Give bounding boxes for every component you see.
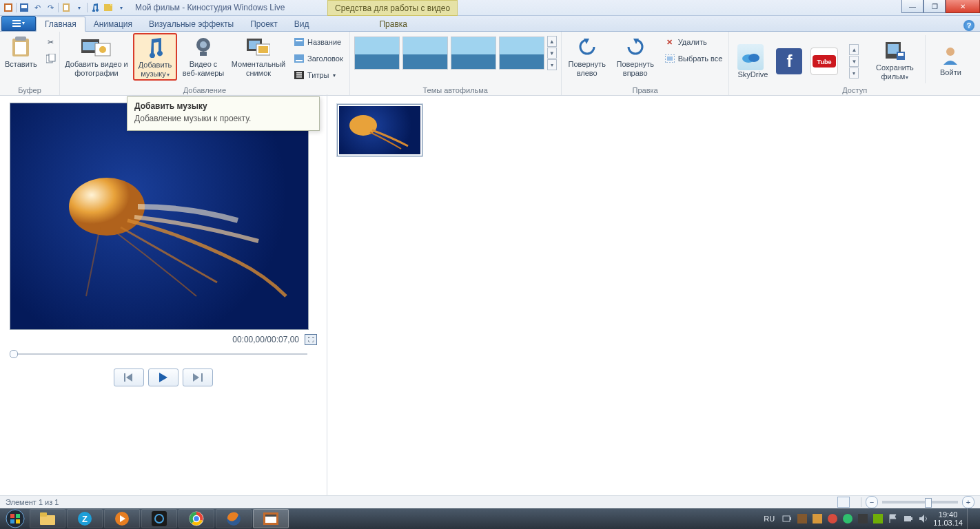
svg-rect-1 [6, 5, 11, 10]
select-all-button[interactable]: Выбрать все [661, 51, 726, 66]
tray-antivirus-icon[interactable] [827, 513, 838, 524]
start-button[interactable] [1, 508, 29, 529]
show-desktop-button[interactable] [967, 508, 974, 529]
svg-rect-59 [10, 519, 14, 523]
seek-bar[interactable] [10, 352, 307, 356]
svg-rect-10 [12, 25, 21, 27]
add-videos-photos-button[interactable]: Добавить видео и фотографии [63, 33, 130, 79]
zoom-slider[interactable] [882, 501, 958, 504]
taskbar-chrome[interactable] [178, 509, 214, 528]
qat-undo-icon[interactable]: ↶ [32, 2, 43, 13]
svg-text:Tube: Tube [817, 59, 832, 65]
theme-thumb-4[interactable] [499, 37, 544, 70]
svg-rect-86 [911, 517, 912, 520]
theme-thumb-2[interactable] [402, 37, 448, 70]
tab-effects[interactable]: Визуальные эффекты [141, 17, 242, 31]
group-clipboard-label: Буфер [3, 85, 57, 95]
tab-view[interactable]: Вид [286, 17, 318, 31]
svg-point-49 [69, 178, 145, 236]
gallery-more-icon[interactable]: ▾ [547, 59, 557, 70]
system-tray: RU 19:40 11.03.14 [761, 508, 979, 529]
prev-frame-button[interactable] [114, 369, 144, 386]
webcam-video-button[interactable]: Видео с веб-камеры [180, 33, 227, 79]
seek-thumb[interactable] [10, 350, 18, 358]
tray-nvidia-icon[interactable] [872, 513, 884, 524]
tray-clock[interactable]: 19:40 11.03.14 [933, 510, 963, 527]
tray-app2-icon[interactable] [857, 513, 868, 524]
tab-main[interactable]: Главная [36, 17, 85, 32]
gallery-up-icon[interactable]: ▲ [547, 36, 557, 47]
add-music-button[interactable]: Добавить музыку [133, 33, 177, 81]
storyboard[interactable] [327, 94, 980, 496]
caption-icon [294, 53, 305, 64]
tab-animation[interactable]: Анимация [85, 17, 141, 31]
sign-in-button[interactable]: Войти [932, 41, 968, 78]
language-indicator[interactable]: RU [761, 515, 777, 523]
qat-music-icon[interactable] [90, 2, 101, 13]
add-credits-button[interactable]: Титры▾ [290, 68, 347, 83]
help-button[interactable]: ? [963, 20, 974, 31]
taskbar-firefox[interactable] [216, 509, 252, 528]
taskbar-explorer[interactable] [30, 509, 65, 528]
share-gallery-up-icon[interactable]: ▲ [849, 44, 859, 55]
tray-app1-icon[interactable] [797, 513, 808, 524]
taskbar-app-z[interactable]: Z [67, 509, 103, 528]
qat-save-icon[interactable] [19, 2, 30, 13]
user-icon [941, 43, 959, 67]
snapshot-button[interactable]: Моментальный снимок [229, 33, 287, 79]
tray-battery-icon[interactable] [903, 513, 914, 524]
svg-rect-27 [258, 46, 268, 53]
zoom-out-button[interactable]: − [866, 496, 878, 508]
thumbnail-size-button[interactable] [837, 497, 850, 508]
status-element-count: Элемент 1 из 1 [6, 498, 59, 506]
next-frame-button[interactable] [183, 369, 213, 386]
share-gallery-more-icon[interactable]: ▾ [849, 68, 859, 79]
theme-thumb-3[interactable] [451, 37, 496, 70]
theme-thumb-1[interactable] [354, 37, 400, 70]
filmstrip-photo-icon [81, 35, 112, 59]
youtube-button[interactable]: Tube [810, 48, 838, 75]
tray-flag-icon[interactable] [888, 513, 899, 524]
tray-globe-icon[interactable] [842, 513, 853, 524]
tab-project[interactable]: Проект [242, 17, 286, 31]
paste-button[interactable]: Вставить [3, 33, 39, 70]
close-button[interactable]: ✕ [946, 0, 980, 13]
webcam-icon [193, 35, 214, 59]
tray-volume-icon[interactable] [918, 513, 929, 524]
svg-point-20 [99, 46, 106, 53]
tray-java-icon[interactable] [812, 513, 823, 524]
delete-button[interactable]: ✕Удалить [661, 34, 726, 50]
add-caption-button[interactable]: Заголовок [290, 51, 347, 66]
fullscreen-button[interactable]: ⛶ [305, 334, 317, 345]
copy-button[interactable] [42, 51, 60, 66]
share-gallery-down-icon[interactable]: ▼ [849, 56, 859, 67]
svg-marker-51 [126, 373, 132, 382]
save-movie-button[interactable]: Сохранить фильм [871, 37, 918, 83]
file-menu-button[interactable] [1, 16, 36, 31]
rotate-left-button[interactable]: Повернуть влево [564, 33, 610, 79]
taskbar-media[interactable] [141, 509, 177, 528]
taskbar-moviemaker[interactable] [253, 509, 289, 528]
qat-newproject-icon[interactable] [103, 2, 114, 13]
rotate-right-button[interactable]: Повернуть вправо [613, 33, 658, 79]
skydrive-button[interactable] [737, 44, 764, 70]
tab-edit[interactable]: Правка [371, 17, 416, 31]
qat-paste-dropdown-icon[interactable]: ▾ [74, 2, 85, 13]
add-title-button[interactable]: Название [290, 34, 347, 50]
gallery-down-icon[interactable]: ▼ [547, 48, 557, 59]
zoom-slider-thumb[interactable] [925, 498, 932, 508]
qat-app-icon[interactable] [3, 2, 14, 13]
zoom-in-button[interactable]: + [962, 496, 974, 508]
cut-button[interactable]: ✂ [42, 34, 60, 50]
qat-redo-icon[interactable]: ↷ [45, 2, 56, 13]
qat-customize-dropdown-icon[interactable]: ▾ [116, 2, 127, 13]
facebook-button[interactable]: f [776, 48, 802, 74]
taskbar-wmp[interactable] [104, 509, 140, 528]
svg-rect-85 [904, 516, 911, 521]
play-button[interactable] [148, 369, 178, 386]
clip-thumbnail[interactable] [337, 104, 422, 156]
maximize-button[interactable]: ❐ [923, 0, 946, 13]
qat-paste-icon[interactable] [61, 2, 72, 13]
minimize-button[interactable]: — [901, 0, 923, 13]
tray-power-icon[interactable] [782, 513, 793, 524]
